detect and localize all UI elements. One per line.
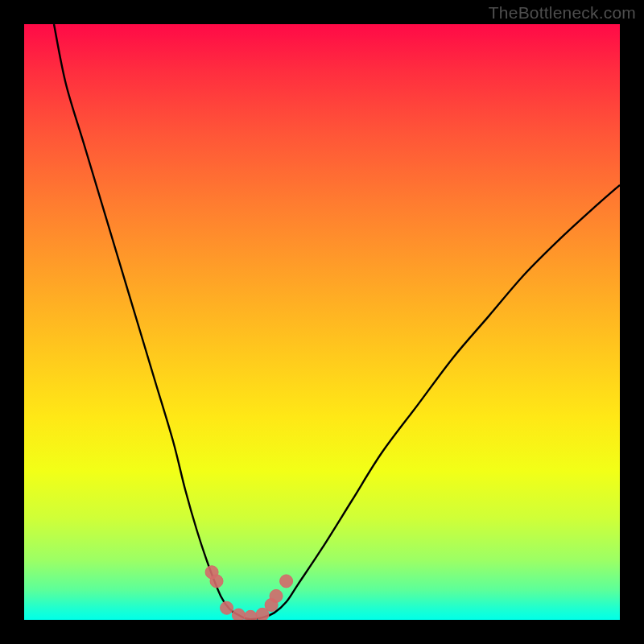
chart-svg	[24, 24, 620, 620]
marker-point	[221, 601, 233, 614]
plot-area	[24, 24, 620, 620]
watermark-text: TheBottleneck.com	[489, 3, 636, 23]
marker-point	[232, 609, 245, 620]
marker-point	[270, 589, 283, 602]
marker-point	[244, 610, 257, 620]
marker-point	[280, 575, 293, 588]
marker-point	[210, 575, 223, 588]
curve-right	[250, 185, 620, 619]
curve-left	[54, 24, 250, 619]
chart-frame: TheBottleneck.com	[0, 0, 644, 644]
